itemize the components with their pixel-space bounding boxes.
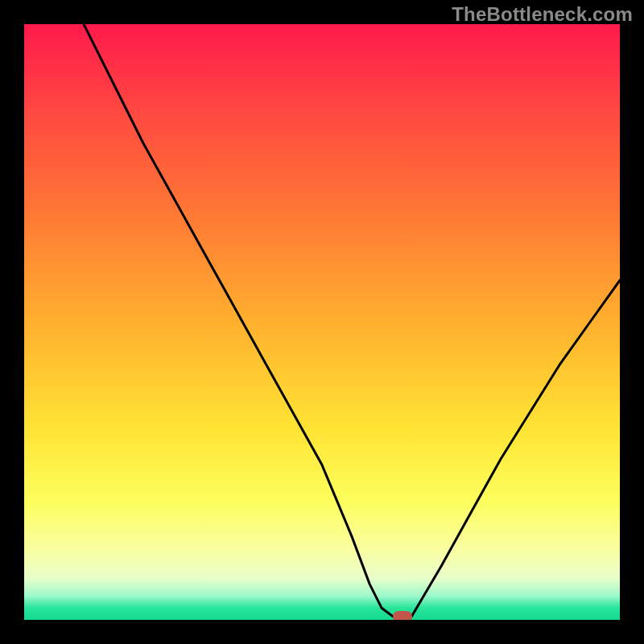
chart-container: TheBottleneck.com bbox=[0, 0, 644, 644]
optimal-point-marker bbox=[393, 611, 412, 620]
plot-area bbox=[24, 24, 620, 620]
watermark-text: TheBottleneck.com bbox=[452, 3, 633, 26]
bottleneck-curve bbox=[24, 24, 620, 620]
